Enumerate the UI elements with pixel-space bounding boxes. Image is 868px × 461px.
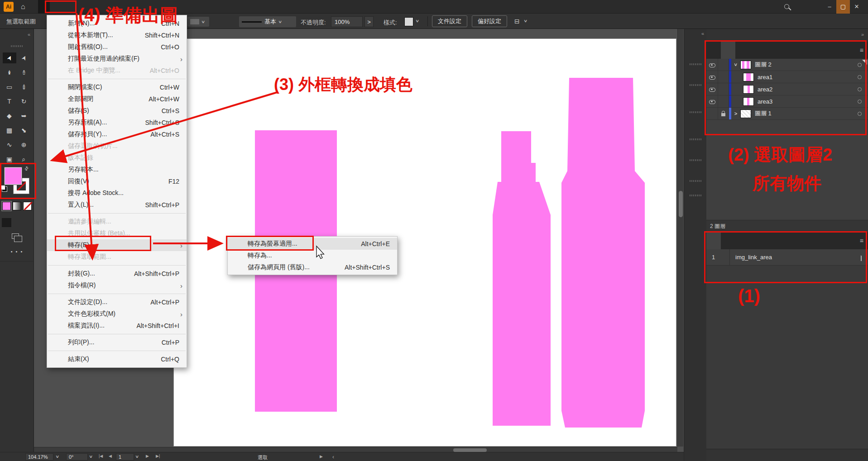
target-circle-icon[interactable] bbox=[858, 87, 862, 91]
lock-cell[interactable] bbox=[718, 95, 729, 107]
visibility-cell[interactable] bbox=[706, 108, 718, 119]
dock-drag-handle[interactable] bbox=[11, 45, 23, 47]
collapse-dock-icon[interactable]: « bbox=[28, 32, 30, 37]
layer-thumbnail[interactable] bbox=[743, 73, 754, 81]
opacity-next-button[interactable]: > bbox=[364, 16, 374, 27]
chevron-down-icon[interactable] bbox=[136, 454, 139, 459]
home-icon[interactable]: ⌂ bbox=[21, 3, 25, 11]
visibility-cell[interactable] bbox=[706, 83, 718, 95]
next-artboard-icon[interactable]: ▶ bbox=[146, 454, 149, 458]
menubar-item[interactable] bbox=[120, 0, 132, 14]
menu-item[interactable]: 全部關閉 Alt+Ctrl+W bbox=[47, 93, 187, 105]
menu-item[interactable]: 新增(N)... Ctrl+N bbox=[47, 18, 187, 29]
layer-name[interactable]: 圖層 1 bbox=[755, 109, 772, 118]
target-circle-icon[interactable] bbox=[858, 100, 862, 104]
document-setup-button[interactable]: 文件設定 bbox=[432, 15, 467, 27]
layer-thumbnail[interactable] bbox=[740, 109, 751, 118]
menubar-item[interactable] bbox=[132, 0, 144, 14]
chevron-down-icon[interactable] bbox=[56, 454, 59, 459]
preferences-button[interactable]: 偏好設定 bbox=[472, 15, 507, 27]
artboard-page-icon[interactable] bbox=[861, 254, 862, 261]
layer-name[interactable]: area3 bbox=[758, 98, 772, 105]
menu-item[interactable]: 關閉檔案(C) Ctrl+W bbox=[47, 81, 187, 93]
panel-tab[interactable] bbox=[721, 42, 735, 59]
search-icon[interactable] bbox=[784, 4, 789, 9]
artboard-number-field[interactable]: 1 bbox=[116, 453, 134, 461]
dock-drag-handle[interactable] bbox=[690, 180, 701, 182]
panel-tab[interactable] bbox=[721, 232, 735, 249]
menu-item[interactable]: 版本記錄 bbox=[47, 152, 187, 164]
zoom-level-field[interactable]: 104.17% bbox=[25, 453, 53, 461]
menubar-item[interactable] bbox=[38, 0, 50, 14]
menu-item[interactable]: 儲存選取的切片... bbox=[47, 140, 187, 152]
menubar-item[interactable] bbox=[85, 0, 97, 14]
rotation-field[interactable]: 0° bbox=[66, 453, 88, 461]
dock-drag-handle[interactable] bbox=[690, 63, 701, 65]
vertical-scrollbar[interactable] bbox=[677, 29, 683, 447]
menu-item[interactable]: 列印(P)... Ctrl+P bbox=[47, 337, 187, 348]
gradient-button[interactable] bbox=[13, 202, 21, 210]
dock-drag-handle[interactable] bbox=[690, 84, 701, 86]
menu-item[interactable]: 搜尋 Adobe Stock... bbox=[47, 187, 187, 199]
horizontal-scrollbar-thumb[interactable] bbox=[453, 448, 487, 452]
menu-item[interactable]: 在 Bridge 中瀏覽... Alt+Ctrl+O bbox=[47, 65, 187, 76]
none-button[interactable] bbox=[23, 202, 32, 210]
menubar-item[interactable] bbox=[97, 0, 109, 14]
chevron-down-icon[interactable] bbox=[416, 19, 419, 24]
dock-drag-handle[interactable] bbox=[690, 111, 701, 113]
artboard-name[interactable]: img_link_area bbox=[730, 254, 772, 261]
status-collapse-icon[interactable]: ‹ bbox=[332, 454, 334, 460]
edit-toolbar-icon[interactable]: • • • bbox=[0, 249, 34, 254]
opacity-field[interactable]: 100% bbox=[331, 16, 363, 27]
last-artboard-icon[interactable]: ▶| bbox=[156, 454, 160, 458]
layer-thumbnail[interactable] bbox=[743, 97, 754, 106]
menu-item[interactable]: 指令檔(R) bbox=[47, 280, 187, 291]
menu-item[interactable]: 文件色彩模式(M) bbox=[47, 308, 187, 320]
panel-tab[interactable] bbox=[706, 42, 721, 59]
layer-row[interactable]: area2 bbox=[706, 83, 868, 95]
panel-tab[interactable] bbox=[735, 42, 750, 59]
stroke-style-dropdown[interactable]: 基本 bbox=[239, 16, 296, 27]
layer-name[interactable]: area2 bbox=[758, 86, 772, 93]
dock-drag-handle[interactable] bbox=[690, 159, 701, 161]
artboard-row[interactable]: 1 img_link_area bbox=[706, 249, 868, 266]
menubar-item[interactable] bbox=[62, 0, 73, 14]
previous-artboard-icon[interactable]: ◀ bbox=[109, 454, 112, 458]
submenu-item[interactable]: 轉存為螢幕適用... Alt+Ctrl+E bbox=[228, 238, 397, 250]
menubar-item[interactable] bbox=[109, 0, 120, 14]
target-circle-icon[interactable] bbox=[858, 63, 862, 67]
status-expand-icon[interactable]: ▶ bbox=[320, 454, 323, 459]
chevron-down-icon[interactable] bbox=[90, 454, 92, 459]
menu-item[interactable]: 回復(V) F12 bbox=[47, 176, 187, 187]
layer-thumbnail[interactable] bbox=[743, 85, 754, 94]
artwork-area3[interactable] bbox=[561, 78, 645, 428]
variable-width-dropdown[interactable] bbox=[187, 17, 209, 27]
default-swatches-icon[interactable] bbox=[2, 186, 7, 192]
menu-item[interactable]: 打開最近使用過的檔案(F) bbox=[47, 53, 187, 65]
lock-cell[interactable] bbox=[718, 71, 729, 83]
fill-color-button[interactable] bbox=[2, 202, 11, 210]
menu-item[interactable]: 封裝(G)... Alt+Shift+Ctrl+P bbox=[47, 268, 187, 280]
layer-name[interactable]: area1 bbox=[758, 74, 772, 81]
menu-item[interactable]: 轉存(E) bbox=[47, 239, 187, 251]
artwork-area2[interactable] bbox=[493, 131, 551, 426]
layer-row[interactable]: area3 bbox=[706, 95, 868, 108]
vertical-scrollbar-thumb[interactable] bbox=[679, 191, 683, 217]
submenu-item[interactable]: 轉存為... bbox=[228, 250, 397, 261]
style-swatch[interactable] bbox=[404, 17, 413, 26]
layer-row[interactable]: 圖層 2 bbox=[706, 59, 868, 71]
menu-item[interactable]: 從範本新增(T)... Shift+Ctrl+N bbox=[47, 29, 187, 41]
visibility-cell[interactable] bbox=[706, 95, 718, 107]
panel-menu-icon[interactable]: ≡ bbox=[860, 47, 863, 54]
collapse-panels-icon[interactable]: » bbox=[861, 32, 863, 37]
menu-item[interactable]: 文件設定(D)... Alt+Ctrl+P bbox=[47, 296, 187, 308]
menu-item[interactable]: 檔案資訊(I)... Alt+Shift+Ctrl+I bbox=[47, 320, 187, 332]
menu-item[interactable]: 儲存(S) Ctrl+S bbox=[47, 105, 187, 117]
minimize-button[interactable]: – bbox=[823, 0, 836, 14]
panel-tab[interactable] bbox=[706, 232, 721, 249]
chevron-icon[interactable] bbox=[731, 62, 740, 67]
fill-swatch[interactable] bbox=[5, 167, 22, 185]
visibility-cell[interactable] bbox=[706, 59, 718, 71]
maximize-button[interactable]: ▢ bbox=[836, 0, 850, 14]
menu-item[interactable]: 置入(L)... Shift+Ctrl+P bbox=[47, 199, 187, 211]
